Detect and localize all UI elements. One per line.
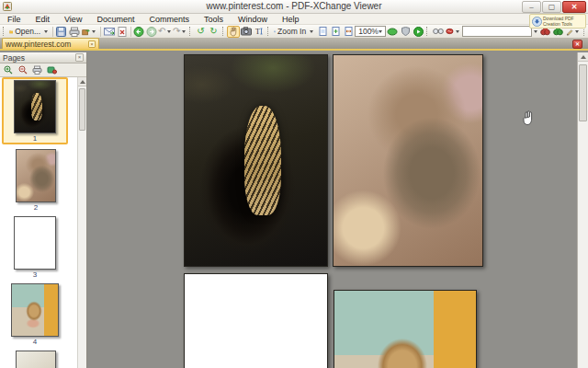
toolbar-grip[interactable] (267, 27, 271, 36)
loupe-tool-button[interactable] (386, 26, 399, 38)
rotate-ccw-button[interactable]: ↺ (195, 26, 208, 38)
menu-tools[interactable]: Tools (197, 14, 231, 25)
snapshot-tool-button[interactable] (240, 26, 253, 38)
zoom-in-label: Zoom In (277, 27, 306, 36)
undo-button[interactable]: ↶ (158, 26, 173, 38)
download-pdf-tools-badge[interactable]: Download PDF Creation Tools (529, 14, 586, 29)
green-play-icon (413, 27, 424, 37)
page-3-bird-photo (185, 274, 327, 368)
stamp-tool-button[interactable] (445, 26, 462, 38)
menu-file[interactable]: File (0, 14, 28, 25)
tab-label: www.pinterest.com (6, 40, 71, 49)
folder-open-icon (9, 27, 14, 37)
main-scroll-thumb[interactable] (579, 64, 587, 121)
shield-icon (401, 27, 410, 36)
close-all-tabs-button[interactable]: ✕ (572, 40, 582, 49)
fit-page-button[interactable] (329, 26, 342, 38)
fit-width-button[interactable] (342, 26, 355, 38)
zoom-in-tool-button[interactable]: Zoom In (273, 26, 317, 38)
zoom-out-icon (18, 65, 28, 75)
pdf-page-2 (333, 54, 483, 267)
maximize-button[interactable]: ▢ (542, 1, 561, 13)
menu-comments[interactable]: Comments (141, 14, 197, 25)
pages-panel-header: Pages × (0, 52, 86, 63)
content-area: Pages × (0, 52, 588, 368)
go-back-button[interactable] (132, 26, 145, 38)
loupe-icon (387, 28, 398, 36)
app-window: www.pinterest.com - PDF-XChange Viewer –… (0, 0, 588, 51)
thumbnail-page-4[interactable]: 4 (11, 283, 59, 346)
print-button[interactable] (68, 26, 81, 38)
menu-window[interactable]: Window (231, 14, 275, 25)
forward-arrow-icon (146, 27, 157, 37)
tab-close-icon[interactable]: × (88, 40, 96, 48)
toolbar-grip[interactable] (3, 27, 6, 36)
toolbar-grip[interactable] (426, 27, 430, 36)
hand-icon (229, 27, 238, 37)
pdf-page-1 (184, 54, 328, 267)
email-button[interactable] (103, 26, 116, 38)
find-dropdown-caret[interactable] (534, 30, 537, 33)
thumbs-zoom-in-button[interactable] (2, 64, 14, 75)
reading-mode-button[interactable] (432, 26, 445, 38)
sidebar-scroll-thumb[interactable] (79, 88, 85, 131)
menu-edit[interactable]: Edit (28, 14, 58, 25)
hand-tool-button[interactable] (227, 26, 240, 38)
actual-size-button[interactable] (316, 26, 329, 38)
rotate-cw-button[interactable]: ↻ (208, 26, 220, 38)
export-dropdown-caret[interactable] (92, 30, 96, 33)
redo-button[interactable]: ↷ (173, 26, 187, 38)
toolbar-grip[interactable] (189, 27, 193, 36)
thumbnail-list: 1 2 3 4 (0, 77, 86, 368)
thumbs-print-button[interactable] (31, 64, 43, 75)
thumbs-zoom-out-button[interactable] (17, 64, 28, 75)
sidebar-scrollbar[interactable] (77, 77, 86, 368)
export-button[interactable] (81, 26, 98, 38)
window-title: www.pinterest.com - PDF-XChange Viewer (0, 0, 588, 13)
save-button[interactable] (55, 26, 68, 38)
undo-dropdown-caret[interactable] (167, 30, 171, 33)
actual-size-icon (319, 27, 327, 36)
thumbnail-page-1[interactable]: 1 (14, 80, 56, 143)
go-forward-button[interactable] (145, 26, 158, 38)
thumbnail-page-2[interactable]: 2 (16, 149, 56, 212)
pages-panel-close-icon[interactable]: × (75, 53, 84, 62)
launch-button[interactable] (412, 26, 424, 38)
page-number-label: 4 (11, 338, 59, 346)
main-scrollbar[interactable] (577, 52, 588, 368)
tab-pinterest[interactable]: www.pinterest.com × (2, 38, 99, 49)
stamp-dropdown-caret[interactable] (456, 30, 459, 33)
pan-zoom-button[interactable] (399, 26, 412, 38)
zoom-level-caret[interactable] (379, 30, 382, 33)
thumbnail-page-5[interactable] (16, 351, 56, 368)
pencil-dropdown-caret[interactable] (575, 30, 579, 33)
find-input[interactable] (462, 26, 532, 37)
redo-dropdown-caret[interactable] (182, 30, 186, 33)
close-document-button[interactable] (116, 26, 129, 38)
main-toolbar: Open... (0, 25, 588, 39)
menu-view[interactable]: View (57, 14, 89, 25)
page-number-label: 2 (16, 203, 56, 212)
close-button[interactable]: ✕ (562, 1, 586, 13)
title-bar: www.pinterest.com - PDF-XChange Viewer –… (0, 0, 588, 14)
toolbar-grip[interactable] (222, 27, 226, 36)
promo-text: Download PDF Creation Tools (543, 16, 574, 27)
minimize-button[interactable]: – (522, 1, 541, 13)
email-icon (104, 27, 115, 36)
menu-help[interactable]: Help (275, 14, 307, 25)
hand-cursor (521, 109, 536, 126)
thumbs-options-button[interactable] (46, 64, 58, 75)
main-scroll-up-icon[interactable] (578, 52, 588, 62)
print-icon (32, 65, 42, 75)
select-text-tool-button[interactable]: T (253, 26, 266, 38)
zoom-level-combo[interactable]: 100% (355, 26, 386, 37)
pdf-page-3 (184, 273, 328, 368)
thumbnail-page-3[interactable]: 3 (14, 216, 56, 279)
document-viewport[interactable] (87, 52, 588, 368)
sidebar-scroll-up-icon[interactable] (78, 77, 86, 86)
zoom-dropdown-caret[interactable] (310, 30, 313, 33)
menu-document[interactable]: Document (89, 14, 141, 25)
ocelot-cat-shape (244, 106, 281, 215)
open-button[interactable]: Open... (8, 26, 51, 38)
open-dropdown-caret[interactable] (44, 30, 48, 33)
